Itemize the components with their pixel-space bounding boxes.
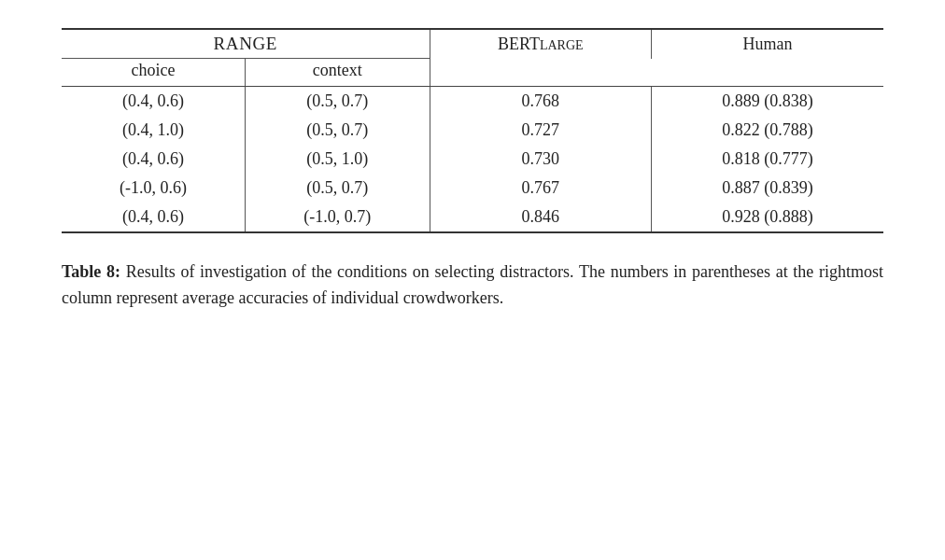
cell-choice: (0.4, 0.6): [62, 145, 246, 174]
cell-bert: 0.727: [430, 116, 651, 145]
cell-human: 0.889 (0.838): [652, 87, 884, 117]
table-row: (0.4, 0.6)(-1.0, 0.7)0.8460.928 (0.888): [62, 203, 883, 232]
col-bert-subheader: [430, 59, 651, 87]
col-context-header: context: [246, 59, 430, 87]
table-row: (0.4, 0.6)(0.5, 1.0)0.7300.818 (0.777): [62, 145, 883, 174]
cell-context: (-1.0, 0.7): [246, 203, 430, 232]
bert-label: BERT: [498, 35, 540, 53]
cell-human: 0.822 (0.788): [652, 116, 884, 145]
table-wrapper: RANGE BERTLARGE Human choice context: [62, 28, 883, 233]
cell-human: 0.818 (0.777): [652, 145, 884, 174]
caption-label: Table 8:: [62, 262, 120, 281]
col-human-subheader: [652, 59, 884, 87]
cell-choice: (-1.0, 0.6): [62, 174, 246, 203]
cell-bert: 0.767: [430, 174, 651, 203]
cell-context: (0.5, 1.0): [246, 145, 430, 174]
cell-context: (0.5, 0.7): [246, 116, 430, 145]
range-header: RANGE: [62, 29, 430, 59]
human-header: Human: [652, 29, 884, 59]
cell-choice: (0.4, 1.0): [62, 116, 246, 145]
table-row: (0.4, 0.6)(0.5, 0.7)0.7680.889 (0.838): [62, 87, 883, 117]
cell-choice: (0.4, 0.6): [62, 203, 246, 232]
human-label: Human: [743, 35, 793, 53]
cell-human: 0.887 (0.839): [652, 174, 884, 203]
page-container: RANGE BERTLARGE Human choice context: [62, 28, 883, 312]
cell-bert: 0.730: [430, 145, 651, 174]
cell-context: (0.5, 0.7): [246, 174, 430, 203]
cell-choice: (0.4, 0.6): [62, 87, 246, 117]
caption-text: Results of investigation of the conditio…: [62, 262, 883, 307]
cell-context: (0.5, 0.7): [246, 87, 430, 117]
table-row: (0.4, 1.0)(0.5, 0.7)0.7270.822 (0.788): [62, 116, 883, 145]
range-title: RANGE: [214, 34, 277, 53]
bert-sub: LARGE: [540, 38, 584, 52]
bert-header: BERTLARGE: [430, 29, 651, 59]
cell-human: 0.928 (0.888): [652, 203, 884, 232]
cell-bert: 0.846: [430, 203, 651, 232]
col-choice-header: choice: [62, 59, 246, 87]
cell-bert: 0.768: [430, 87, 651, 117]
table-row: (-1.0, 0.6)(0.5, 0.7)0.7670.887 (0.839): [62, 174, 883, 203]
results-table: RANGE BERTLARGE Human choice context: [62, 28, 883, 233]
table-caption: Table 8: Results of investigation of the…: [62, 259, 883, 312]
